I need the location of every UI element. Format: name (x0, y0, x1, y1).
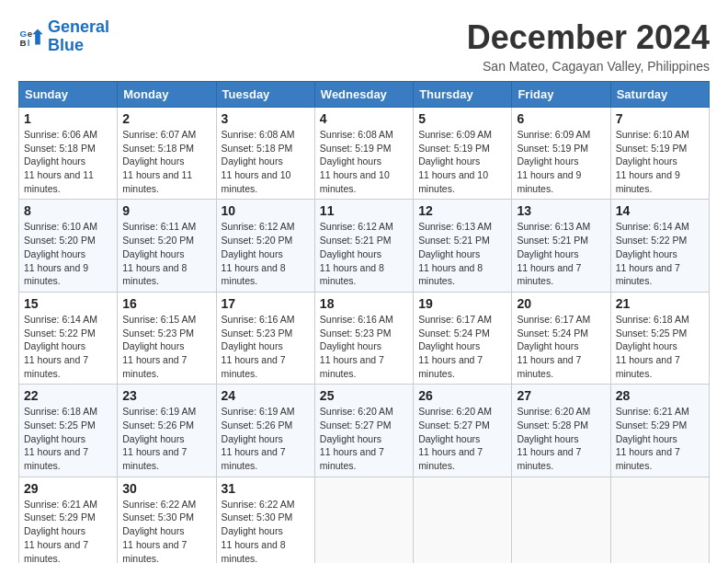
svg-text:l: l (28, 38, 30, 48)
weekday-header-tuesday: Tuesday (216, 82, 314, 108)
day-number: 16 (122, 296, 210, 311)
day-info: Sunrise: 6:17 AM Sunset: 5:24 PM Dayligh… (418, 313, 506, 380)
day-info: Sunrise: 6:14 AM Sunset: 5:22 PM Dayligh… (616, 220, 704, 287)
page-header: G e B l General Blue December 2024 San M… (18, 18, 710, 74)
calendar-cell: 31 Sunrise: 6:22 AM Sunset: 5:30 PM Dayl… (216, 477, 314, 563)
calendar-table: SundayMondayTuesdayWednesdayThursdayFrid… (18, 81, 710, 563)
day-info: Sunrise: 6:16 AM Sunset: 5:23 PM Dayligh… (320, 313, 408, 380)
day-number: 22 (24, 388, 112, 403)
day-info: Sunrise: 6:09 AM Sunset: 5:19 PM Dayligh… (517, 128, 605, 195)
day-number: 18 (320, 296, 408, 311)
day-number: 25 (320, 388, 408, 403)
calendar-cell: 28 Sunrise: 6:21 AM Sunset: 5:29 PM Dayl… (610, 385, 709, 477)
day-info: Sunrise: 6:09 AM Sunset: 5:19 PM Dayligh… (418, 128, 506, 195)
calendar-cell: 25 Sunrise: 6:20 AM Sunset: 5:27 PM Dayl… (314, 385, 413, 477)
day-info: Sunrise: 6:20 AM Sunset: 5:27 PM Dayligh… (418, 405, 506, 472)
calendar-cell: 20 Sunrise: 6:17 AM Sunset: 5:24 PM Dayl… (512, 292, 610, 384)
weekday-header-sunday: Sunday (19, 82, 118, 108)
calendar-cell: 7 Sunrise: 6:10 AM Sunset: 5:19 PM Dayli… (610, 108, 709, 200)
calendar-cell: 3 Sunrise: 6:08 AM Sunset: 5:18 PM Dayli… (216, 108, 314, 200)
calendar-cell: 27 Sunrise: 6:20 AM Sunset: 5:28 PM Dayl… (512, 385, 610, 477)
weekday-header-wednesday: Wednesday (314, 82, 413, 108)
day-number: 24 (222, 388, 310, 403)
day-number: 17 (222, 296, 310, 311)
calendar-cell: 22 Sunrise: 6:18 AM Sunset: 5:25 PM Dayl… (19, 385, 118, 477)
day-info: Sunrise: 6:15 AM Sunset: 5:23 PM Dayligh… (122, 313, 210, 380)
day-info: Sunrise: 6:18 AM Sunset: 5:25 PM Dayligh… (616, 313, 704, 380)
month-title: December 2024 (467, 18, 710, 57)
day-info: Sunrise: 6:08 AM Sunset: 5:19 PM Dayligh… (320, 128, 408, 195)
calendar-cell: 26 Sunrise: 6:20 AM Sunset: 5:27 PM Dayl… (414, 385, 512, 477)
day-number: 10 (222, 203, 310, 218)
day-number: 30 (122, 481, 210, 496)
logo-icon: G e B l (18, 24, 44, 50)
day-number: 9 (122, 203, 210, 218)
calendar-cell: 19 Sunrise: 6:17 AM Sunset: 5:24 PM Dayl… (414, 292, 512, 384)
calendar-cell: 8 Sunrise: 6:10 AM Sunset: 5:20 PM Dayli… (19, 200, 118, 292)
calendar-cell: 4 Sunrise: 6:08 AM Sunset: 5:19 PM Dayli… (314, 108, 413, 200)
calendar-cell: 2 Sunrise: 6:07 AM Sunset: 5:18 PM Dayli… (118, 108, 216, 200)
weekday-header-row: SundayMondayTuesdayWednesdayThursdayFrid… (19, 82, 710, 108)
calendar-cell (610, 477, 709, 563)
day-number: 6 (517, 111, 605, 126)
day-number: 26 (418, 388, 506, 403)
day-info: Sunrise: 6:07 AM Sunset: 5:18 PM Dayligh… (122, 128, 210, 195)
svg-marker-4 (32, 29, 42, 44)
day-info: Sunrise: 6:22 AM Sunset: 5:30 PM Dayligh… (222, 498, 310, 563)
weekday-header-friday: Friday (512, 82, 610, 108)
calendar-cell: 10 Sunrise: 6:12 AM Sunset: 5:20 PM Dayl… (216, 200, 314, 292)
day-info: Sunrise: 6:22 AM Sunset: 5:30 PM Dayligh… (122, 498, 210, 563)
day-number: 4 (320, 111, 408, 126)
day-number: 7 (616, 111, 704, 126)
svg-text:B: B (19, 38, 26, 48)
day-info: Sunrise: 6:12 AM Sunset: 5:21 PM Dayligh… (320, 220, 408, 287)
calendar-cell: 5 Sunrise: 6:09 AM Sunset: 5:19 PM Dayli… (414, 108, 512, 200)
day-number: 1 (24, 111, 112, 126)
calendar-cell: 12 Sunrise: 6:13 AM Sunset: 5:21 PM Dayl… (414, 200, 512, 292)
weekday-header-saturday: Saturday (610, 82, 709, 108)
day-info: Sunrise: 6:19 AM Sunset: 5:26 PM Dayligh… (122, 405, 210, 472)
calendar-cell: 6 Sunrise: 6:09 AM Sunset: 5:19 PM Dayli… (512, 108, 610, 200)
day-info: Sunrise: 6:13 AM Sunset: 5:21 PM Dayligh… (517, 220, 605, 287)
calendar-cell: 9 Sunrise: 6:11 AM Sunset: 5:20 PM Dayli… (118, 200, 216, 292)
day-info: Sunrise: 6:08 AM Sunset: 5:18 PM Dayligh… (222, 128, 310, 195)
day-info: Sunrise: 6:11 AM Sunset: 5:20 PM Dayligh… (122, 220, 210, 287)
day-number: 15 (24, 296, 112, 311)
day-info: Sunrise: 6:10 AM Sunset: 5:20 PM Dayligh… (24, 220, 112, 287)
calendar-cell: 18 Sunrise: 6:16 AM Sunset: 5:23 PM Dayl… (314, 292, 413, 384)
day-info: Sunrise: 6:14 AM Sunset: 5:22 PM Dayligh… (24, 313, 112, 380)
weekday-header-monday: Monday (118, 82, 216, 108)
day-number: 8 (24, 203, 112, 218)
week-row-1: 1 Sunrise: 6:06 AM Sunset: 5:18 PM Dayli… (19, 108, 710, 200)
week-row-2: 8 Sunrise: 6:10 AM Sunset: 5:20 PM Dayli… (19, 200, 710, 292)
calendar-cell: 15 Sunrise: 6:14 AM Sunset: 5:22 PM Dayl… (19, 292, 118, 384)
day-number: 31 (222, 481, 310, 496)
calendar-cell: 30 Sunrise: 6:22 AM Sunset: 5:30 PM Dayl… (118, 477, 216, 563)
day-info: Sunrise: 6:19 AM Sunset: 5:26 PM Dayligh… (222, 405, 310, 472)
logo-text: General Blue (48, 18, 109, 55)
calendar-cell (414, 477, 512, 563)
day-number: 13 (517, 203, 605, 218)
calendar-cell (512, 477, 610, 563)
day-info: Sunrise: 6:17 AM Sunset: 5:24 PM Dayligh… (517, 313, 605, 380)
day-info: Sunrise: 6:10 AM Sunset: 5:19 PM Dayligh… (616, 128, 704, 195)
calendar-cell: 11 Sunrise: 6:12 AM Sunset: 5:21 PM Dayl… (314, 200, 413, 292)
day-number: 3 (222, 111, 310, 126)
calendar-cell: 13 Sunrise: 6:13 AM Sunset: 5:21 PM Dayl… (512, 200, 610, 292)
title-section: December 2024 San Mateo, Cagayan Valley,… (467, 18, 710, 74)
day-number: 2 (122, 111, 210, 126)
day-info: Sunrise: 6:21 AM Sunset: 5:29 PM Dayligh… (24, 498, 112, 563)
day-number: 11 (320, 203, 408, 218)
day-info: Sunrise: 6:20 AM Sunset: 5:27 PM Dayligh… (320, 405, 408, 472)
location: San Mateo, Cagayan Valley, Philippines (467, 59, 710, 74)
day-number: 5 (418, 111, 506, 126)
day-number: 20 (517, 296, 605, 311)
day-info: Sunrise: 6:13 AM Sunset: 5:21 PM Dayligh… (418, 220, 506, 287)
logo: G e B l General Blue (18, 18, 109, 55)
week-row-4: 22 Sunrise: 6:18 AM Sunset: 5:25 PM Dayl… (19, 385, 710, 477)
weekday-header-thursday: Thursday (414, 82, 512, 108)
day-info: Sunrise: 6:16 AM Sunset: 5:23 PM Dayligh… (222, 313, 310, 380)
week-row-5: 29 Sunrise: 6:21 AM Sunset: 5:29 PM Dayl… (19, 477, 710, 563)
day-number: 28 (616, 388, 704, 403)
calendar-cell: 1 Sunrise: 6:06 AM Sunset: 5:18 PM Dayli… (19, 108, 118, 200)
